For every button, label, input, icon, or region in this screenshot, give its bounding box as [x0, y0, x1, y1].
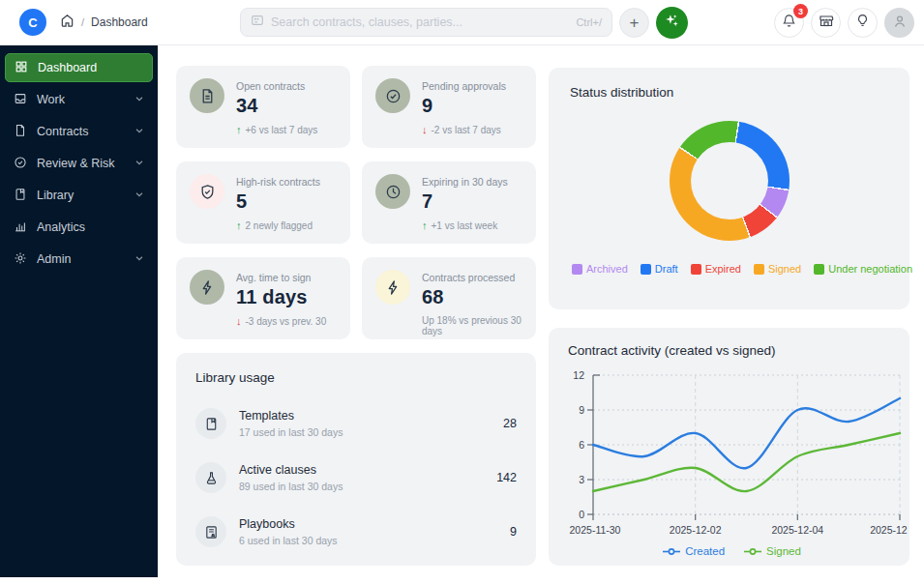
y-tick-label: 12 — [573, 369, 584, 381]
playbook-icon — [195, 516, 226, 547]
stat-delta: +6 vs last 7 days — [246, 125, 318, 135]
tips-button[interactable] — [848, 8, 878, 38]
shield-check-icon — [14, 156, 27, 172]
stat-delta: +1 vs last week — [432, 220, 498, 231]
breadcrumb-page[interactable]: Dashboard — [91, 15, 148, 29]
chevron-down-icon — [134, 125, 144, 138]
user-menu-button[interactable] — [884, 8, 914, 38]
marketplace-button[interactable] — [811, 8, 841, 38]
trend-down-icon: ↓ — [422, 124, 428, 135]
search-input[interactable] — [271, 15, 569, 29]
trend-up-icon: ↑ — [422, 219, 428, 231]
legend-swatch — [754, 264, 764, 275]
x-tick-label: 2025-11-30 — [570, 524, 621, 536]
sidebar-item-dashboard[interactable]: Dashboard — [5, 53, 153, 82]
sidebar-item-contracts[interactable]: Contracts — [5, 117, 153, 146]
library-item-count: 142 — [496, 471, 517, 484]
library-row-templates: Templates 17 used in last 30 days 28 — [195, 408, 517, 439]
bar-chart-icon — [14, 219, 27, 236]
gear-icon — [14, 251, 27, 268]
library-row-active-clauses: Active clauses 89 used in last 30 days 1… — [195, 462, 517, 493]
library-item-name: Templates — [239, 409, 343, 423]
donut-hole — [691, 142, 768, 219]
stat-card-pending-approvals: Pending approvals 9 ↓-2 vs last 7 days — [362, 66, 536, 148]
y-tick-label: 0 — [579, 509, 584, 520]
created-line — [593, 398, 900, 468]
trend-up-icon: ↑ — [236, 124, 242, 135]
home-icon[interactable] — [60, 14, 75, 31]
notifications-button[interactable]: 3 — [774, 8, 804, 38]
stat-label: Avg. time to sign — [236, 272, 326, 283]
sidebar-item-admin[interactable]: Admin — [5, 245, 153, 274]
global-search[interactable]: Ctrl+/ — [240, 8, 612, 37]
legend-label: Under negotiation — [828, 263, 912, 275]
stat-value: 11 days — [236, 286, 326, 308]
legend-swatch — [641, 264, 651, 275]
stat-label: Expiring in 30 days — [422, 176, 508, 188]
lightbulb-icon — [855, 14, 870, 32]
top-header: C / Dashboard Ctrl+/ + 3 — [0, 0, 924, 45]
chevron-down-icon — [134, 252, 144, 266]
main-content: Open contracts 34 ↑+6 vs last 7 days Pen… — [158, 45, 924, 584]
sidebar-item-library[interactable]: Library — [5, 181, 153, 210]
x-tick-label: 2025-12-06 — [870, 524, 908, 536]
x-tick-label: 2025-12-04 — [771, 524, 823, 536]
library-item-sub: 6 used in last 30 days — [239, 535, 338, 546]
contract-activity-title: Contract activity (created vs signed) — [562, 343, 902, 358]
sidebar-item-label: Review & Risk — [37, 157, 115, 170]
ai-assistant-button[interactable] — [656, 7, 688, 39]
stat-value: 9 — [422, 95, 506, 117]
library-usage-card: Library usage Templates 17 used in last … — [176, 353, 536, 566]
legend-swatch — [691, 264, 701, 275]
document-icon — [14, 124, 27, 140]
chevron-down-icon — [134, 189, 144, 202]
sidebar-item-review-risk[interactable]: Review & Risk — [5, 149, 153, 178]
zap-icon — [190, 270, 224, 305]
stat-label: Open contracts — [236, 80, 317, 92]
library-item-sub: 89 used in last 30 days — [239, 481, 343, 492]
activity-legend: Created Signed — [562, 545, 902, 557]
legend-label: Signed — [768, 263, 801, 275]
library-item-count: 28 — [503, 417, 517, 430]
sidebar-item-label: Analytics — [37, 220, 85, 234]
sidebar-item-analytics[interactable]: Analytics — [5, 213, 153, 242]
library-item-name: Active clauses — [239, 463, 343, 477]
check-circle-icon — [375, 78, 410, 113]
stat-card-high-risk: High-risk contracts 5 ↑2 newly flagged — [176, 161, 350, 244]
stat-value: 34 — [236, 95, 317, 117]
stat-card-open-contracts: Open contracts 34 ↑+6 vs last 7 days — [176, 66, 350, 148]
bookmark-file-icon — [14, 188, 27, 204]
legend-item-archived: Archived — [572, 263, 628, 275]
stat-value: 7 — [422, 190, 508, 213]
storefront-icon — [819, 14, 834, 33]
sidebar-item-label: Contracts — [37, 125, 89, 138]
legend-item-created: Created — [663, 545, 725, 557]
library-item-count: 9 — [510, 525, 517, 539]
trend-down-icon: ↓ — [236, 315, 242, 327]
trend-up-icon: ↑ — [236, 219, 242, 231]
sidebar-item-work[interactable]: Work — [5, 85, 153, 114]
status-legend: Archived Draft Expired Signed Under nego… — [570, 263, 888, 275]
legend-item-expired: Expired — [691, 263, 741, 275]
add-button[interactable]: + — [619, 8, 649, 38]
app-logo[interactable]: C — [19, 9, 46, 36]
x-tick-label: 2025-12-02 — [670, 524, 722, 536]
chevron-down-icon — [134, 93, 144, 106]
plus-icon: + — [630, 15, 640, 31]
y-tick-label: 3 — [579, 474, 584, 485]
user-avatar-icon — [892, 14, 908, 33]
breadcrumb: / Dashboard — [60, 14, 148, 31]
contract-activity-card: Contract activity (created vs signed) — [549, 328, 909, 566]
signed-line — [593, 433, 900, 491]
line-marker-icon — [663, 547, 680, 556]
clock-icon — [375, 174, 410, 209]
stat-label: High-risk contracts — [236, 176, 320, 188]
sidebar-item-label: Library — [37, 189, 74, 202]
zap-icon — [375, 270, 410, 305]
sidebar-nav: Dashboard Work Contracts Review & Risk L… — [0, 45, 158, 577]
legend-item-under-negotiation: Under negotiation — [814, 263, 912, 275]
legend-item-signed: Signed — [754, 263, 801, 275]
legend-label: Archived — [586, 263, 628, 275]
sidebar-item-label: Admin — [37, 252, 71, 266]
stat-delta: -3 days vs prev. 30 — [246, 316, 327, 327]
